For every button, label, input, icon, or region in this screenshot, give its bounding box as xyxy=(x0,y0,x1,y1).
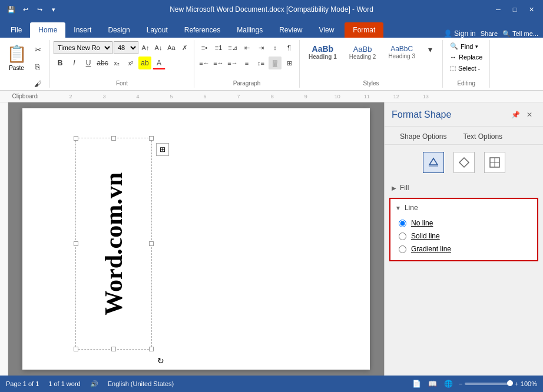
share-btn[interactable]: Share xyxy=(481,30,498,37)
handle-bottom-right[interactable] xyxy=(149,347,154,351)
decrease-indent-btn[interactable]: ⇤ xyxy=(240,41,253,54)
italic-btn[interactable]: I xyxy=(68,57,81,69)
read-mode-btn[interactable]: 📖 xyxy=(427,378,438,389)
sort-btn[interactable]: ↕ xyxy=(269,41,282,54)
print-layout-btn[interactable]: 📄 xyxy=(411,378,422,389)
tab-home[interactable]: Home xyxy=(30,22,65,38)
superscript-btn[interactable]: x² xyxy=(124,57,137,69)
text-box[interactable]: Word.com.vn ⊞ ↻ xyxy=(75,138,152,350)
increase-indent-btn[interactable]: ⇥ xyxy=(254,41,267,54)
no-line-option[interactable]: No line xyxy=(395,217,532,230)
find-dropdown[interactable]: ▾ xyxy=(475,44,478,49)
subscript-btn[interactable]: x₂ xyxy=(110,57,123,69)
line-spacing-btn[interactable]: ↕≡ xyxy=(254,57,267,69)
numbering-btn[interactable]: ≡1 xyxy=(212,41,225,54)
text-color-btn[interactable]: A xyxy=(153,57,165,69)
subtab-shape-options[interactable]: Shape Options xyxy=(392,130,455,144)
cut-btn[interactable]: ✂ xyxy=(29,41,46,58)
no-line-label[interactable]: No line xyxy=(411,219,433,227)
fill-line-icon-btn[interactable] xyxy=(423,152,444,173)
paste-btn[interactable]: 📋 Paste xyxy=(4,41,29,74)
close-btn[interactable]: ✕ xyxy=(524,2,538,16)
maximize-btn[interactable]: □ xyxy=(508,2,522,16)
gradient-line-radio[interactable] xyxy=(399,245,406,253)
no-line-radio[interactable] xyxy=(399,220,406,227)
rotate-handle[interactable]: ↻ xyxy=(157,356,168,367)
tab-references[interactable]: References xyxy=(176,22,229,38)
panel-close-btn[interactable]: ✕ xyxy=(523,108,536,121)
document-area[interactable]: Word.com.vn ⊞ ↻ xyxy=(8,102,384,376)
style-heading2[interactable]: AaBb Heading 2 xyxy=(344,42,382,63)
zoom-slider[interactable] xyxy=(465,383,512,385)
font-size-select[interactable]: 48 xyxy=(114,41,138,54)
shading-btn[interactable]: ▒ xyxy=(269,57,282,69)
increase-font-btn[interactable]: A↑ xyxy=(140,42,151,54)
style-heading1[interactable]: AaBb Heading 1 xyxy=(303,41,342,63)
find-btn[interactable]: 🔍 Find ▾ xyxy=(446,41,486,51)
replace-btn[interactable]: ↔ Replace xyxy=(446,52,486,62)
handle-middle-left[interactable] xyxy=(74,241,78,246)
tab-layout[interactable]: Layout xyxy=(138,22,176,38)
font-name-select[interactable]: Times New Ro xyxy=(54,41,112,54)
bullets-btn[interactable]: ≡• xyxy=(198,41,211,54)
language-indicator[interactable]: 🔊 xyxy=(90,380,98,388)
tab-mailings[interactable]: Mailings xyxy=(229,22,271,38)
align-center-btn[interactable]: ≡↔ xyxy=(212,57,225,69)
zoom-out-btn[interactable]: − xyxy=(459,380,462,387)
tab-design[interactable]: Design xyxy=(100,22,138,38)
solid-line-option[interactable]: Solid line xyxy=(395,230,532,242)
tab-review[interactable]: Review xyxy=(271,22,310,38)
tab-format[interactable]: Format xyxy=(345,22,383,38)
borders-btn[interactable]: ⊞ xyxy=(283,57,296,69)
minimize-btn[interactable]: ─ xyxy=(491,2,505,16)
shape-icon-btn[interactable] xyxy=(453,152,475,173)
bold-btn[interactable]: B xyxy=(54,57,67,69)
fill-section-header[interactable]: ▶ Fill xyxy=(385,180,543,195)
undo-quick-btn[interactable]: ↩ xyxy=(19,3,32,16)
solid-line-radio[interactable] xyxy=(399,232,406,240)
handle-top-right[interactable] xyxy=(149,136,154,141)
tab-file[interactable]: File xyxy=(2,22,30,38)
align-right-btn[interactable]: ≡→ xyxy=(226,57,239,69)
handle-bottom-center[interactable] xyxy=(111,347,116,351)
solid-line-label[interactable]: Solid line xyxy=(411,232,440,240)
subtab-text-options[interactable]: Text Options xyxy=(455,130,511,144)
tab-insert[interactable]: Insert xyxy=(65,22,100,38)
text-box-container[interactable]: Word.com.vn ⊞ ↻ xyxy=(75,138,152,350)
line-section-header[interactable]: ▼ Line xyxy=(395,204,532,217)
panel-pin-btn[interactable]: 📌 xyxy=(509,108,522,121)
gradient-line-label[interactable]: Gradient line xyxy=(411,245,451,253)
copy-btn[interactable]: ⎘ xyxy=(29,58,46,75)
decrease-font-btn[interactable]: A↓ xyxy=(153,42,164,54)
handle-top-center[interactable] xyxy=(111,136,116,141)
change-case-btn[interactable]: Aa xyxy=(165,42,177,54)
customize-quick-btn[interactable]: ▾ xyxy=(47,3,60,16)
justify-btn[interactable]: ≡ xyxy=(240,57,253,69)
web-layout-btn[interactable]: 🌐 xyxy=(443,378,454,389)
clear-format-btn[interactable]: ✗ xyxy=(178,42,190,54)
text-highlight-btn[interactable]: ab xyxy=(138,57,151,69)
select-btn[interactable]: ⬚ Select - xyxy=(446,63,486,73)
handle-top-left[interactable] xyxy=(74,136,78,141)
save-quick-btn[interactable]: 💾 xyxy=(5,3,18,16)
underline-btn[interactable]: U xyxy=(82,57,95,69)
strikethrough-btn[interactable]: abc xyxy=(96,57,109,69)
format-panel-title: Format Shape xyxy=(392,109,451,120)
handle-middle-right[interactable] xyxy=(149,241,154,246)
language-label[interactable]: English (United States) xyxy=(108,380,174,388)
multilevel-btn[interactable]: ≡⊿ xyxy=(226,41,239,54)
sign-in-btn[interactable]: 👤 Sign in xyxy=(443,29,476,38)
tab-view[interactable]: View xyxy=(311,22,343,38)
pilcrow-btn[interactable]: ¶ xyxy=(283,41,296,54)
layout-options-btn[interactable]: ⊞ xyxy=(156,143,169,156)
format-painter-btn[interactable]: 🖌 xyxy=(29,75,46,92)
align-left-btn[interactable]: ≡← xyxy=(198,57,211,69)
styles-more-btn[interactable]: ▾ xyxy=(422,41,439,58)
gradient-line-option[interactable]: Gradient line xyxy=(395,242,532,255)
tell-me-field[interactable]: 🔍 Tell me... xyxy=(502,30,538,38)
handle-bottom-left[interactable] xyxy=(74,347,78,351)
size-icon-btn[interactable] xyxy=(484,152,505,173)
style-heading3[interactable]: AaBbC Heading 3 xyxy=(383,42,421,62)
zoom-in-btn[interactable]: + xyxy=(514,380,518,387)
redo-quick-btn[interactable]: ↪ xyxy=(33,3,46,16)
